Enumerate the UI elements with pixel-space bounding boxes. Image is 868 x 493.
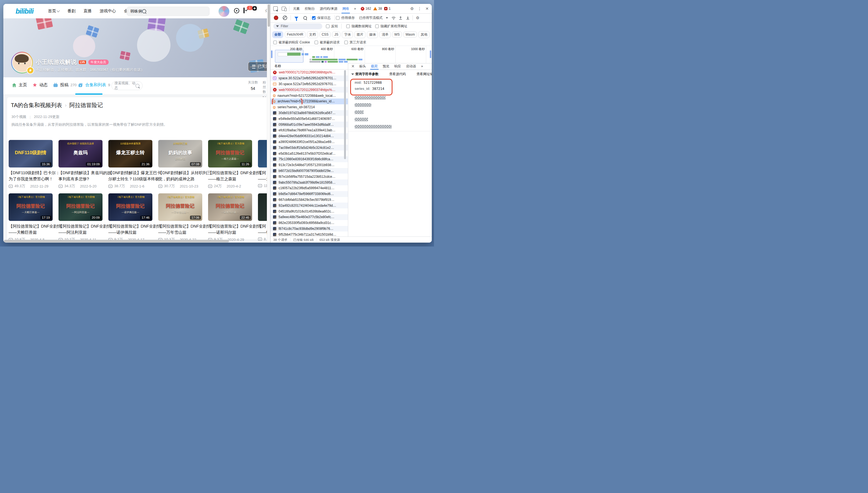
request-row[interactable]: f87e1b56f9a755715da223b512cdce… [270,174,348,179]
more-details-tabs-icon[interactable]: » [419,63,426,69]
request-row[interactable]: 9abc55078fa2aab3f798d9e1815958… [270,179,348,185]
video-title[interactable]: 【DNF剧情解说】从转职到三觉，奶妈的成神之路 [158,170,202,182]
video-thumbnail[interactable]: 《地下城与勇士》官方剧情阿拉德冒险记—诺斯玛尔篇—22:45 [208,193,252,221]
nav-item-2[interactable]: 番剧 [67,8,76,14]
chip-媒体[interactable]: 媒体 [367,31,378,38]
video-title[interactable]: 【阿拉德冒险记】DNF全剧情——诺伊佩拉篇 [108,223,153,235]
request-row[interactable]: 862e235330f5d393c69568a9cd31c… [270,220,348,226]
vip-icon[interactable]: ★ [234,8,239,13]
blocked-checkbox-3[interactable] [344,41,348,44]
blocked-checkbox-2[interactable] [315,41,318,44]
horizontal-scrollbar[interactable] [4,240,266,242]
request-row[interactable]: {;}archives?mid=521722088&series_id… [270,99,348,104]
request-row[interactable]: efc61f8a8ac78d697ea1a339e413ab… [270,127,348,133]
import-har-icon[interactable] [399,16,402,20]
nav-item-4[interactable]: 游戏中心 [100,8,116,14]
request-row[interactable]: e54fe8e550a505e541d6872406097… [270,116,348,122]
invert-checkbox[interactable] [326,24,329,28]
settings-gear-icon[interactable]: ⚙ [410,6,414,11]
details-tab-载荷[interactable]: 载荷 [368,63,380,69]
video-thumbnail[interactable]: 《地下城与勇士》官方剧情阿拉德冒险记—阿法利亚篇—20:09 [59,193,102,221]
search-icon[interactable] [135,84,140,88]
request-row[interactable]: <>30.space.522a72efb52952d2976701… [270,81,348,87]
video-thumbnail[interactable]: 也许我错了 但我别无选择奥兹玛01:19:09 [59,140,102,168]
view-url-encoded-link[interactable]: 查看网址编码 [417,72,432,77]
video-title[interactable]: 【DNF剧情解说】爆龙王巴卡尔秽土转生？110级版本终极 [108,170,153,182]
video-thumbnail[interactable]: 《地下城与勇士》官方剧情阿拉德冒险记—万年雪山篇—17:06 [158,193,202,221]
blocked-checkbox-1[interactable] [273,41,277,44]
request-row[interactable]: c16057a22b23f8d5a5999474e4811… [270,185,348,191]
video-title[interactable]: 【阿——锈 [258,223,267,235]
devtools-tab-网络[interactable]: 网络 [340,4,351,13]
request-row[interactable]: ✕web?0000141720112990374https%… [270,87,348,93]
issues-count-badge[interactable]: 1 [384,7,390,10]
kebab-menu-icon[interactable]: ⋮ [418,6,422,11]
close-details-icon[interactable]: ✕ [351,64,355,68]
network-overview-timeline[interactable]: 200 毫秒400 毫秒600 毫秒800 毫秒1000 毫秒 [270,46,432,63]
message-icon[interactable]: 1 [243,8,245,13]
video-card[interactable]: 《地下城与勇士》官方剧情阿拉德冒险记—阿法利亚篇—20:09【阿拉德冒险记】DN… [59,193,102,242]
close-devtools-icon[interactable]: ✕ [425,6,429,11]
breadcrumb-root[interactable]: TA的合集和视频列表 [11,102,62,109]
device-toolbar-icon[interactable] [282,7,286,10]
export-har-icon[interactable] [406,16,409,20]
record-icon[interactable] [274,16,278,20]
request-row[interactable]: 667cbfbfab5158429c5ec5079bf919… [270,197,348,203]
followed-button[interactable]: 已关注 [248,62,267,71]
request-row[interactable]: 05f668af01c09e7aee05943df6da8f… [270,122,348,127]
video-card[interactable]: 110级版本终极预测爆龙王秽土转21:36【DNF剧情解说】爆龙王巴卡尔秽土转生… [108,140,153,189]
request-row[interactable]: 7ac08e03dcff1fa5d24b5c324c81e2… [270,145,348,151]
devtools-tab-源代码/来源[interactable]: 源代码/来源 [317,4,340,13]
request-row[interactable]: {;}navnum?mid=521722088&web_locat… [270,93,348,99]
request-row[interactable]: b6072d15bdfd00708790f3ddb029e… [270,168,348,174]
preserve-log-checkbox[interactable] [312,16,316,20]
video-card[interactable]: 《地下城与勇士》官方剧情阿拉德冒险记—诺伊佩拉篇—17:46【阿拉德冒险记】DN… [108,193,153,242]
chip-WS[interactable]: WS [392,31,402,38]
chip-Fetch/XHR[interactable]: Fetch/XHR [285,31,306,38]
chip-清单[interactable]: 清单 [379,31,390,38]
inspect-element-icon[interactable] [273,6,278,11]
video-title[interactable]: 【阿拉德冒险记】DNF全剧情——万年雪山篇 [158,223,202,235]
request-row[interactable]: f8741c8c70ac938dbd9e2908f9b76… [270,226,348,232]
profile-avatar[interactable] [11,52,33,73]
user-avatar[interactable] [218,6,229,17]
request-row[interactable]: d4ee428e05dd906331e130214d84… [270,133,348,139]
error-count-badge[interactable]: ✕ 162 [361,7,371,10]
video-thumbnail[interactable]: 阿 [258,140,267,168]
tab-主页[interactable]: 主页 [12,82,27,88]
hide-extension-urls-checkbox[interactable] [375,24,379,28]
search-icon[interactable] [142,9,146,13]
video-title[interactable]: 【阿拉德冒险记】DNF全剧情——格兰之森篇 [208,170,252,182]
request-row[interactable]: {;}series?series_id=387214 [270,104,348,110]
tab-投稿[interactable]: 投稿270 [53,82,77,88]
video-card[interactable]: 《地下城与勇士》官方剧情阿拉德冒险记—诺斯玛尔篇—22:45【阿拉德冒险记】DN… [208,193,252,242]
video-title[interactable]: 【阿——天 [258,170,267,182]
hide-data-urls-checkbox[interactable] [346,24,350,28]
video-title[interactable]: 【DNF110级剧情】巴卡尔：为了你我是煞费苦心啊！ [8,170,53,182]
vip-badge[interactable]: 年度大会员 [88,60,109,65]
nav-search-input[interactable]: 韩蛛俐 [127,7,209,16]
network-settings-gear-icon[interactable]: ⚙ [416,16,420,20]
tab-合集和列表[interactable]: 合集和列表9 [78,82,110,88]
nav-item-3[interactable]: 直播 [84,8,92,14]
details-tab-标头[interactable]: 标头 [357,63,368,69]
video-card[interactable]: 阿【阿——锈8. [258,193,267,241]
chip-文档[interactable]: 文档 [307,31,318,38]
warning-count-badge[interactable]: 38 [373,7,382,10]
devtools-tab-控制台[interactable]: 控制台 [302,4,317,13]
timeline-selection[interactable] [275,50,303,63]
details-tab-响应[interactable]: 响应 [392,63,404,69]
details-tab-启动器[interactable]: 启动器 [404,63,419,69]
network-conditions-icon[interactable] [391,16,396,20]
video-thumbnail[interactable]: 《地下城与勇士》官方剧情阿拉德冒险记—格兰之森篇—11:26 [208,140,252,168]
view-source-link[interactable]: 查看源代码 [389,72,406,77]
filter-input[interactable]: Filter [273,23,322,29]
video-thumbnail[interactable]: 从转职到三觉奶妈的故事剧情解说07:08 [158,140,202,168]
video-card[interactable]: 从转职到三觉奶妈的故事剧情解说07:08【DNF剧情解说】从转职到三觉，奶妈的成… [158,140,202,189]
request-row[interactable]: 6f52bb4775c34b711a317e61501b9d… [270,232,348,236]
video-card[interactable]: 也许我错了 但我别无选择奥兹玛01:19:09【DNF剧情解说】奥兹玛的故事到底… [59,140,102,189]
timeline-right-handle[interactable] [430,50,431,58]
video-card[interactable]: 《地下城与勇士》官方剧情阿拉德冒险记—天帷巨兽篇—17:19【阿拉德冒险记】DN… [8,193,53,242]
filter-funnel-icon[interactable] [295,17,298,19]
request-row[interactable]: e5d3b1a5126e8137e5b37f202e8caf… [270,151,348,156]
